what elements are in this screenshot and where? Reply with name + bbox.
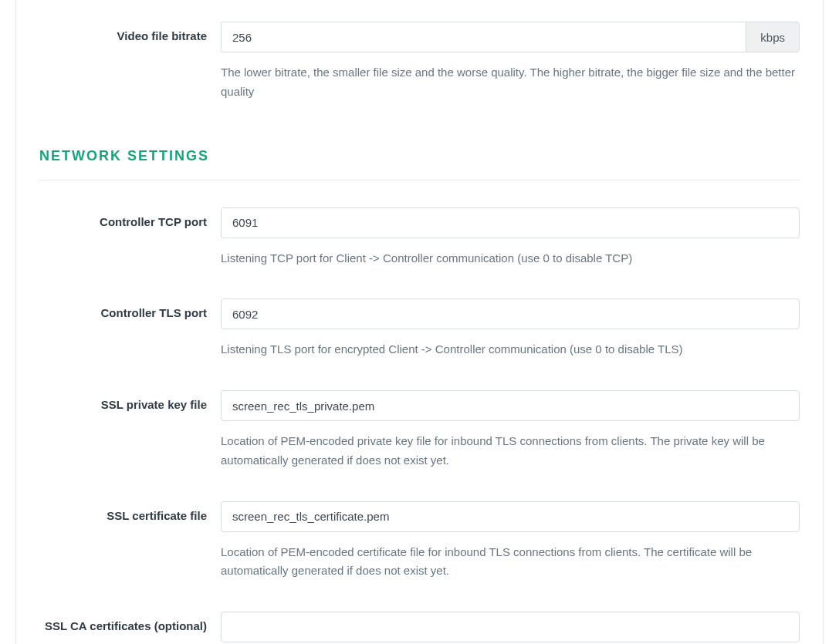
ssl-private-key-label: SSL private key file: [39, 390, 221, 470]
video-bitrate-help: The lower bitrate, the smaller file size…: [221, 63, 800, 102]
controller-tls-port-row: Controller TLS port Listening TLS port f…: [39, 298, 800, 359]
ssl-ca-certs-input[interactable]: [221, 612, 800, 642]
controller-tls-port-help: Listening TLS port for encrypted Client …: [221, 340, 800, 359]
video-bitrate-label: Video file bitrate: [39, 22, 221, 102]
video-bitrate-row: Video file bitrate kbps The lower bitrat…: [39, 0, 800, 102]
controller-tcp-port-label: Controller TCP port: [39, 207, 221, 268]
ssl-certificate-label: SSL certificate file: [39, 501, 221, 582]
ssl-certificate-row: SSL certificate file Location of PEM-enc…: [39, 501, 800, 582]
video-bitrate-suffix: kbps: [746, 22, 800, 52]
controller-tcp-port-row: Controller TCP port Listening TCP port f…: [39, 207, 800, 268]
network-settings-header: NETWORK SETTINGS: [39, 148, 800, 164]
ssl-private-key-row: SSL private key file Location of PEM-enc…: [39, 390, 800, 470]
ssl-private-key-help: Location of PEM-encoded private key file…: [221, 432, 800, 470]
ssl-ca-certs-label: SSL CA certificates (optional): [39, 612, 221, 644]
ssl-ca-certs-row: SSL CA certificates (optional) This opti…: [39, 612, 800, 644]
controller-tls-port-label: Controller TLS port: [39, 298, 221, 359]
controller-tcp-port-help: Listening TCP port for Client -> Control…: [221, 249, 800, 268]
controller-tcp-port-input[interactable]: [221, 207, 800, 238]
ssl-private-key-input[interactable]: [221, 390, 800, 421]
section-divider: [39, 180, 800, 180]
video-bitrate-input[interactable]: [221, 22, 746, 52]
ssl-certificate-help: Location of PEM-encoded certificate file…: [221, 543, 800, 582]
ssl-certificate-input[interactable]: [221, 501, 800, 532]
controller-tls-port-input[interactable]: [221, 298, 800, 329]
video-bitrate-input-group: kbps: [221, 22, 800, 52]
